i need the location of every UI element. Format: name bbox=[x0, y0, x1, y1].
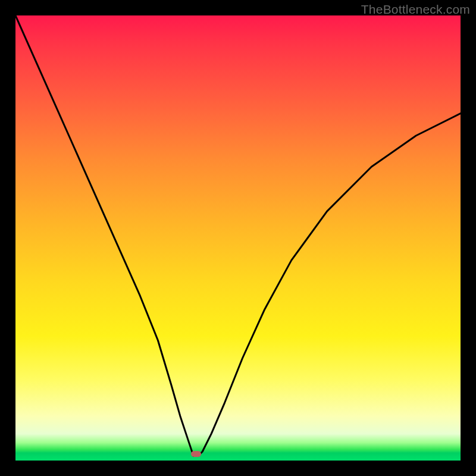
watermark-text: TheBottleneck.com bbox=[361, 2, 470, 17]
plot-area bbox=[15, 15, 461, 461]
minimum-marker bbox=[191, 451, 201, 457]
chart-frame: TheBottleneck.com bbox=[0, 0, 476, 476]
bottleneck-curve bbox=[15, 15, 461, 461]
